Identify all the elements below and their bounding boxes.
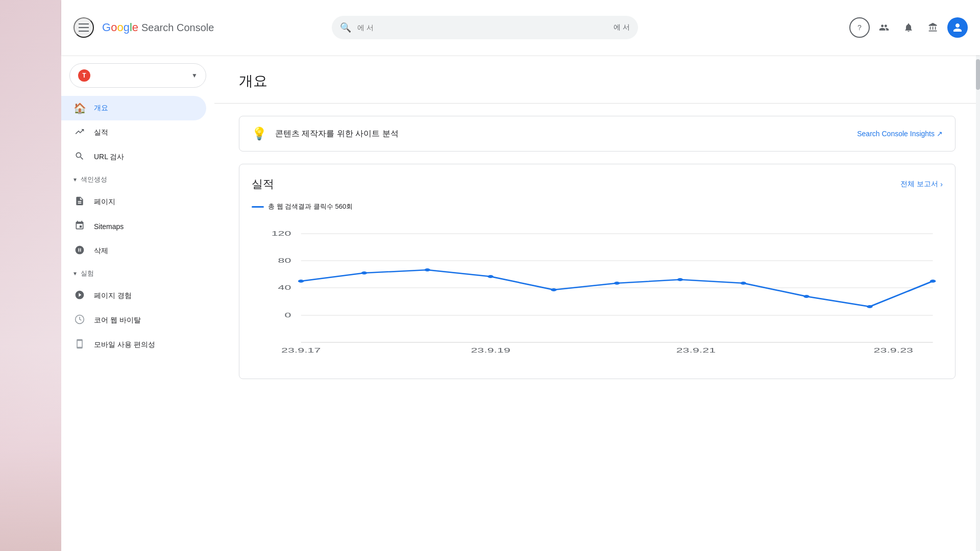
menu-bars-icon	[79, 23, 89, 32]
full-report-link[interactable]: 전체 보고서 ›	[900, 180, 943, 189]
svg-text:0: 0	[284, 312, 291, 319]
sidebar-item-sitemaps-label: Sitemaps	[94, 222, 124, 231]
sidebar-item-core-web-vitals-label: 코어 웹 바이탈	[94, 316, 141, 325]
performance-title: 실적	[252, 177, 274, 192]
sidebar-item-url-inspection[interactable]: URL 검사	[61, 145, 206, 169]
sidebar-item-page-experience[interactable]: 페이지 경험	[61, 284, 206, 308]
sidebar-item-page-experience-label: 페이지 경험	[94, 291, 132, 300]
insights-banner: 💡 콘텐츠 제작자를 위한 사이트 분석 Search Console Insi…	[239, 116, 955, 152]
indexing-section-header[interactable]: ▾ 색인생성	[61, 169, 214, 190]
property-selector[interactable]: T ▼	[69, 63, 206, 88]
content-area: 개요 💡 콘텐츠 제작자를 위한 사이트 분석 Search Console I…	[214, 55, 980, 551]
svg-text:23.9.23: 23.9.23	[874, 347, 913, 354]
svg-text:23.9.17: 23.9.17	[281, 347, 321, 354]
mobile-usability-icon	[74, 339, 86, 352]
sidebar-item-mobile-usability-label: 모바일 사용 편의성	[94, 340, 155, 349]
scroll-indicator[interactable]	[976, 55, 980, 551]
sidebar-item-removals-label: 삭제	[94, 246, 108, 256]
svg-point-11	[361, 271, 368, 274]
sidebar-item-mobile-usability[interactable]: 모바일 사용 편의성	[61, 333, 206, 357]
content-inner: 개요 💡 콘텐츠 제작자를 위한 사이트 분석 Search Console I…	[214, 55, 980, 551]
sidebar-item-overview-label: 개요	[94, 104, 108, 113]
experience-section-arrow: ▾	[74, 270, 77, 277]
chart-container: 120 80 40 0	[252, 223, 943, 366]
svg-point-14	[551, 288, 557, 291]
svg-text:80: 80	[278, 257, 291, 264]
svg-text:23.9.19: 23.9.19	[471, 347, 510, 354]
external-link-icon: ↗	[937, 130, 943, 138]
search-nav-icon	[74, 151, 86, 164]
svg-point-16	[677, 278, 683, 281]
removals-icon	[74, 245, 86, 258]
pages-icon	[74, 196, 86, 209]
search-bar[interactable]: 🔍 에 서	[332, 16, 638, 39]
sidebar-item-pages-label: 페이지	[94, 197, 115, 207]
property-icon: T	[78, 69, 90, 82]
logo-area: Google Search Console	[102, 21, 214, 34]
insights-bulb-icon: 💡	[252, 127, 267, 141]
page-experience-icon	[74, 290, 86, 303]
search-icon: 🔍	[340, 22, 351, 33]
search-console-insights-link[interactable]: Search Console Insights ↗	[857, 130, 943, 138]
page-title-bar: 개요	[214, 55, 980, 104]
performance-section-header: 실적 전체 보고서 ›	[252, 177, 943, 192]
chart-legend: 총 웹 검색결과 클릭수 560회	[252, 202, 943, 211]
apps-button[interactable]	[923, 17, 943, 38]
content-sections: 💡 콘텐츠 제작자를 위한 사이트 분석 Search Console Insi…	[214, 104, 980, 391]
indexing-section-label: 색인생성	[81, 175, 107, 184]
chevron-right-icon: ›	[940, 180, 943, 188]
header: Google Search Console 🔍 에 서 ?	[61, 0, 980, 55]
sidebar-item-sitemaps[interactable]: Sitemaps	[61, 214, 206, 239]
home-icon: 🏠	[74, 102, 86, 114]
page-title: 개요	[239, 71, 955, 91]
svg-text:40: 40	[278, 284, 291, 291]
app-container: Google Search Console 🔍 에 서 ?	[61, 0, 980, 551]
legend-label: 총 웹 검색결과 클릭수 560회	[268, 202, 353, 211]
product-name: Search Console	[141, 22, 214, 34]
share-button[interactable]	[874, 17, 894, 38]
avatar[interactable]	[947, 17, 968, 38]
sidebar: T ▼ 🏠 개요 실적 URL 검사	[61, 55, 214, 551]
sidebar-item-pages[interactable]: 페이지	[61, 190, 206, 214]
performance-chart: 120 80 40 0	[252, 223, 943, 366]
sitemaps-icon	[74, 220, 86, 233]
dropdown-arrow-icon: ▼	[191, 72, 198, 79]
core-web-vitals-icon	[74, 314, 86, 327]
main-layout: T ▼ 🏠 개요 실적 URL 검사	[61, 55, 980, 551]
legend-line-indicator	[252, 206, 264, 208]
sidebar-item-overview[interactable]: 🏠 개요	[61, 96, 206, 120]
search-input[interactable]	[357, 23, 607, 32]
svg-point-13	[487, 275, 494, 278]
notifications-button[interactable]	[898, 17, 919, 38]
svg-point-10	[298, 280, 304, 283]
header-actions: ?	[849, 17, 968, 38]
svg-point-18	[803, 295, 810, 298]
svg-point-12	[425, 268, 431, 271]
sidebar-item-performance[interactable]: 실적	[61, 120, 206, 145]
sidebar-item-url-label: URL 검사	[94, 153, 124, 162]
google-logo: Google	[102, 21, 138, 34]
svg-point-15	[614, 282, 620, 285]
indexing-section-arrow: ▾	[74, 176, 77, 183]
scroll-thumb[interactable]	[976, 59, 980, 90]
sidebar-item-removals[interactable]: 삭제	[61, 239, 206, 263]
svg-point-20	[930, 280, 936, 283]
trending-icon	[74, 127, 86, 139]
insights-text: 콘텐츠 제작자를 위한 사이트 분석	[275, 129, 849, 139]
svg-text:120: 120	[272, 230, 291, 237]
svg-text:23.9.21: 23.9.21	[676, 347, 716, 354]
experience-section-label: 실험	[81, 269, 94, 278]
svg-point-19	[867, 305, 873, 308]
search-hint: 에 서	[614, 23, 630, 32]
help-button[interactable]: ?	[849, 17, 870, 38]
menu-button[interactable]	[74, 17, 94, 38]
sidebar-item-performance-label: 실적	[94, 128, 108, 137]
svg-point-17	[740, 282, 746, 285]
experience-section-header[interactable]: ▾ 실험	[61, 263, 214, 284]
performance-section: 실적 전체 보고서 › 총 웹 검색결과 클릭수 560회	[239, 164, 955, 379]
sidebar-item-core-web-vitals[interactable]: 코어 웹 바이탈	[61, 308, 206, 333]
